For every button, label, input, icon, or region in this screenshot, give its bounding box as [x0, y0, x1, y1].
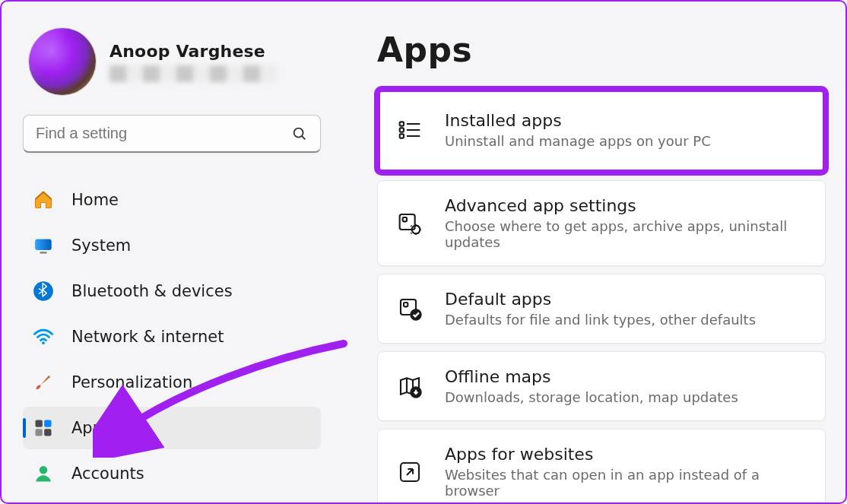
sidebar-item-label: Home: [71, 191, 119, 209]
svg-rect-8: [44, 420, 51, 427]
card-title: Advanced app settings: [445, 196, 805, 215]
system-icon: [32, 234, 55, 257]
card-text: Installed apps Uninstall and manage apps…: [445, 111, 711, 149]
card-desc: Downloads, storage location, map updates: [445, 389, 738, 405]
card-desc: Websites that can open in an app instead…: [445, 467, 805, 499]
card-text: Advanced app settings Choose where to ge…: [445, 196, 805, 250]
nav-list: Home System: [23, 179, 321, 495]
profile-email-redacted: [109, 65, 277, 82]
wifi-icon: [32, 325, 55, 348]
svg-rect-7: [36, 420, 43, 427]
map-download-icon: [396, 372, 424, 400]
open-app-icon: [396, 458, 424, 486]
svg-rect-3: [36, 239, 52, 250]
sidebar: Anoop Varghese Home: [2, 2, 342, 502]
person-icon: [32, 462, 55, 485]
card-apps-for-websites[interactable]: Apps for websites Websites that can open…: [377, 429, 826, 502]
card-title: Apps for websites: [445, 445, 805, 464]
sidebar-item-label: Accounts: [71, 464, 144, 483]
card-text: Offline maps Downloads, storage location…: [445, 367, 738, 405]
home-icon: [32, 189, 55, 211]
card-advanced-app-settings[interactable]: Advanced app settings Choose where to ge…: [377, 180, 826, 266]
main-panel: Apps Installed apps Uninstall and manage…: [342, 2, 845, 502]
default-apps-icon: [396, 295, 424, 322]
sidebar-item-system[interactable]: System: [23, 224, 321, 267]
card-desc: Defaults for file and link types, other …: [445, 312, 756, 328]
sidebar-item-label: Network & internet: [71, 328, 224, 346]
svg-point-6: [42, 341, 45, 344]
svg-rect-10: [44, 429, 51, 436]
page-title: Apps: [377, 30, 826, 69]
sidebar-item-bluetooth[interactable]: Bluetooth & devices: [23, 270, 321, 312]
card-installed-apps[interactable]: Installed apps Uninstall and manage apps…: [377, 89, 826, 173]
sidebar-item-home[interactable]: Home: [23, 179, 321, 221]
card-desc: Uninstall and manage apps on your PC: [445, 133, 711, 149]
sidebar-item-network[interactable]: Network & internet: [23, 315, 321, 358]
sidebar-item-personalization[interactable]: Personalization: [23, 361, 321, 404]
card-desc: Choose where to get apps, archive apps, …: [445, 218, 805, 250]
svg-rect-9: [36, 429, 43, 436]
sidebar-item-label: Bluetooth & devices: [71, 282, 233, 300]
card-title: Default apps: [445, 290, 756, 309]
sidebar-item-apps[interactable]: Apps: [23, 407, 321, 449]
card-text: Default apps Defaults for file and link …: [445, 290, 756, 328]
app-gear-icon: [396, 210, 424, 237]
card-offline-maps[interactable]: Offline maps Downloads, storage location…: [377, 351, 826, 421]
svg-line-1: [302, 135, 305, 138]
settings-app: Anoop Varghese Home: [2, 2, 845, 502]
profile-block[interactable]: Anoop Varghese: [23, 28, 321, 95]
search-box[interactable]: [23, 115, 321, 153]
card-text: Apps for websites Websites that can open…: [445, 445, 805, 499]
sidebar-item-label: Apps: [71, 419, 111, 437]
profile-text: Anoop Varghese: [109, 42, 277, 82]
svg-rect-12: [400, 122, 404, 125]
search-input[interactable]: [36, 125, 278, 142]
svg-rect-4: [40, 252, 46, 253]
sidebar-item-accounts[interactable]: Accounts: [23, 452, 321, 495]
settings-cards: Installed apps Uninstall and manage apps…: [377, 89, 826, 502]
card-title: Installed apps: [445, 111, 711, 130]
svg-rect-14: [400, 128, 404, 132]
card-default-apps[interactable]: Default apps Defaults for file and link …: [377, 274, 826, 344]
list-apps-icon: [396, 116, 424, 144]
avatar: [29, 28, 96, 95]
svg-point-11: [40, 466, 48, 474]
svg-rect-22: [404, 303, 408, 306]
paintbrush-icon: [32, 371, 55, 394]
svg-point-0: [294, 128, 303, 137]
svg-rect-19: [403, 217, 407, 221]
search-icon: [291, 125, 308, 142]
profile-name: Anoop Varghese: [109, 42, 277, 61]
apps-icon: [32, 417, 55, 439]
sidebar-item-label: Personalization: [71, 373, 192, 391]
sidebar-item-label: System: [71, 236, 131, 255]
bluetooth-icon: [32, 280, 55, 303]
svg-rect-16: [400, 134, 404, 138]
card-title: Offline maps: [445, 367, 738, 386]
